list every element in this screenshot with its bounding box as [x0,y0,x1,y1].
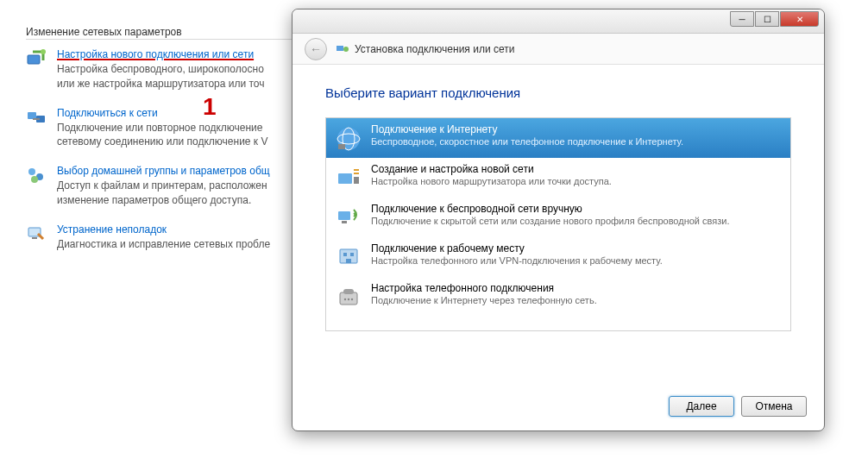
svg-point-1 [41,49,46,54]
connection-wizard-dialog: ─ ☐ ✕ ← Установка подключения или сети В… [292,9,825,431]
svg-rect-0 [28,55,40,64]
svg-rect-15 [338,144,345,149]
option-title: Подключение к Интернету [371,123,782,135]
bg-desc: Доступ к файлам и принтерам, расположен … [57,179,270,208]
svg-point-27 [348,298,349,300]
option-dialup[interactable]: Настройка телефонного подключения Подклю… [326,277,790,317]
svg-rect-18 [338,211,350,220]
maximize-button[interactable]: ☐ [755,11,779,27]
svg-rect-2 [28,112,36,119]
cancel-button[interactable]: Отмена [741,396,807,417]
svg-point-4 [28,168,35,175]
option-title: Подключение к беспроводной сети вручную [371,203,782,215]
minimize-button[interactable]: ─ [730,11,754,27]
svg-point-12 [343,47,349,52]
svg-rect-16 [338,173,352,184]
svg-rect-22 [350,253,354,256]
phone-dialup-icon [335,284,362,311]
network-wizard-icon [336,42,349,56]
option-internet-connection[interactable]: Подключение к Интернету Беспроводное, ск… [326,118,790,158]
svg-rect-23 [346,259,351,263]
bg-desc: Подключение или повторное подключение се… [57,121,267,150]
bg-link[interactable]: Подключиться к сети [57,107,267,119]
option-title: Подключение к рабочему месту [371,242,782,254]
wizard-header-bar: ← Установка подключения или сети [292,34,824,65]
troubleshoot-icon [26,223,47,244]
wizard-header-title: Установка подключения или сети [336,42,514,56]
option-title: Настройка телефонного подключения [371,282,782,294]
svg-rect-8 [32,237,37,239]
option-title: Создание и настройка новой сети [371,163,782,175]
option-desc: Настройка телефонного или VPN-подключени… [371,255,782,266]
back-button[interactable]: ← [305,38,327,60]
option-desc: Подключение к Интернету через телефонную… [371,295,782,305]
back-arrow-icon: ← [310,42,322,56]
svg-rect-17 [354,177,359,184]
globe-icon [335,125,362,153]
option-manual-wireless[interactable]: Подключение к беспроводной сети вручную … [326,198,790,237]
wireless-manual-icon [335,204,362,232]
annotation-marker-1: 1 [203,93,217,121]
bg-desc: Настройка беспроводного, широкополосно и… [57,62,265,91]
wizard-button-row: Далее Отмена [669,396,807,417]
workplace-icon [335,244,362,272]
bg-link[interactable]: Выбор домашней группы и параметров общ [57,165,270,177]
connection-options-list[interactable]: Подключение к Интернету Беспроводное, ск… [325,117,791,331]
homegroup-icon [26,165,47,185]
new-connection-icon [26,48,47,69]
bg-link[interactable]: Устранение неполадок [57,223,270,236]
option-desc: Подключение к скрытой сети или создание … [371,216,782,226]
svg-rect-21 [343,253,347,256]
titlebar: ─ ☐ ✕ [292,9,824,34]
option-new-network[interactable]: Создание и настройка новой сети Настройк… [326,158,790,198]
svg-point-6 [31,176,38,183]
option-desc: Настройка нового маршрутизатора или точк… [371,176,782,186]
bg-link[interactable]: Настройка нового подключения или сети [57,48,265,60]
svg-rect-11 [337,46,343,51]
wizard-content: Выберите вариант подключения Подключение… [292,65,824,340]
svg-rect-25 [343,289,354,294]
bg-desc: Диагностика и исправление сетевых пробле [57,237,270,252]
option-workplace[interactable]: Подключение к рабочему месту Настройка т… [326,237,790,277]
option-desc: Беспроводное, скоростное или телефонное … [371,136,782,147]
next-button[interactable]: Далее [669,396,734,417]
svg-rect-19 [342,221,347,223]
router-setup-icon [335,165,362,192]
svg-point-28 [351,298,353,300]
wizard-heading: Выберите вариант подключения [325,85,791,100]
connect-network-icon [26,107,47,128]
svg-point-26 [344,298,346,300]
close-button[interactable]: ✕ [780,11,819,27]
